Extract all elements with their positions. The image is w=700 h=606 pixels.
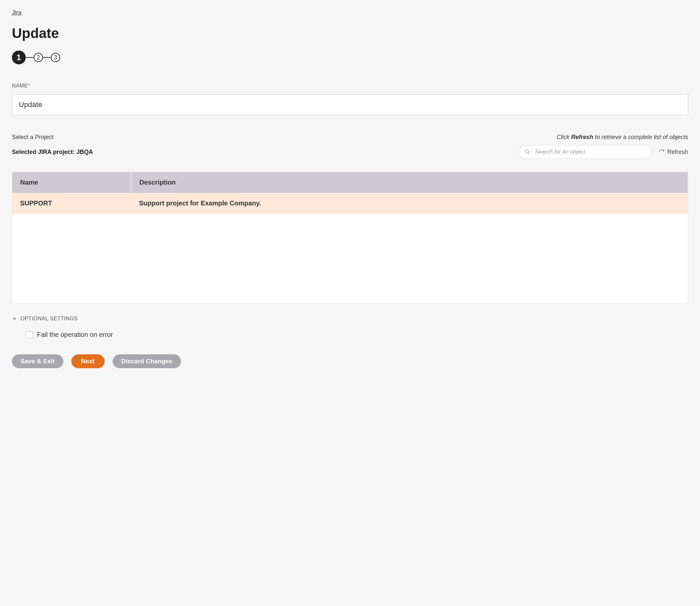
refresh-button[interactable]: Refresh [659, 148, 688, 156]
next-button[interactable]: Next [71, 354, 105, 368]
refresh-hint: Click Refresh to retrieve a complete lis… [557, 134, 688, 141]
cell-description: Support project for Example Company. [131, 193, 688, 214]
step-connector [43, 57, 51, 58]
page-title: Update [12, 25, 688, 41]
fail-on-error-checkbox[interactable] [26, 331, 33, 339]
step-3[interactable]: 3 [51, 53, 60, 62]
cell-name: SUPPORT [12, 193, 131, 214]
save-exit-button[interactable]: Save & Exit [12, 354, 63, 368]
step-1[interactable]: 1 [12, 50, 26, 64]
name-field-label: NAME* [12, 83, 688, 89]
select-project-label: Select a Project [12, 134, 53, 141]
selected-project-text: Selected JIRA project: JBQA [12, 148, 93, 156]
step-indicator: 1 2 3 [12, 50, 688, 64]
svg-line-1 [528, 153, 529, 154]
fail-on-error-label: Fail the operation on error [37, 331, 113, 339]
required-star-icon: * [28, 83, 30, 89]
name-input[interactable] [12, 94, 688, 115]
column-header-name[interactable]: Name [12, 172, 131, 193]
breadcrumb-jira[interactable]: Jira [12, 9, 21, 16]
refresh-label: Refresh [667, 148, 688, 156]
chevron-down-icon [12, 316, 17, 321]
column-header-description[interactable]: Description [131, 172, 688, 193]
project-table: Name Description SUPPORT Support project… [12, 172, 688, 304]
svg-point-0 [525, 150, 528, 153]
search-icon [525, 149, 530, 155]
optional-settings-label: OPTIONAL SETTINGS [21, 316, 77, 322]
search-box[interactable] [519, 145, 651, 159]
step-connector [26, 57, 34, 58]
search-input[interactable] [519, 145, 651, 159]
optional-settings-toggle[interactable]: OPTIONAL SETTINGS [12, 316, 77, 322]
table-row[interactable]: SUPPORT Support project for Example Comp… [12, 193, 688, 214]
refresh-icon [659, 149, 665, 155]
discard-changes-button[interactable]: Discard Changes [113, 354, 181, 368]
step-2[interactable]: 2 [34, 53, 43, 62]
